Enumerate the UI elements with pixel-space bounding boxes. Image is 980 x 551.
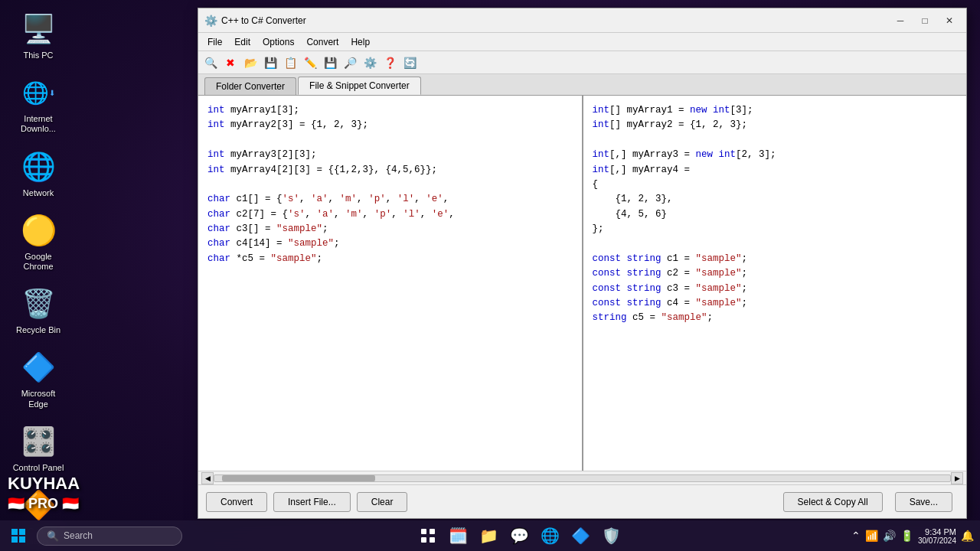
svg-rect-0 [11,529,18,535]
menu-file[interactable]: File [201,35,228,49]
toolbar-open-btn[interactable]: 📂 [241,54,260,72]
taskbar-search-text: Search [64,530,93,541]
toolbar-help-btn[interactable]: ❓ [381,54,399,72]
internet-download-label: InternetDownlo... [21,114,56,134]
scroll-left-button[interactable]: ◀ [201,472,214,484]
google-chrome-icon: 🟡 [20,212,57,249]
title-bar-buttons: ─ □ ✕ [890,13,960,28]
taskbar-whatsapp[interactable]: 💬 [506,522,534,549]
tray-network-icon[interactable]: 📶 [865,530,878,542]
tray-notification-icon[interactable]: 🔔 [961,530,974,542]
toolbar-save2-btn[interactable]: 💾 [321,54,339,72]
taskbar-norton[interactable]: 🛡️ [598,522,626,549]
toolbar-clipboard-btn[interactable]: 📋 [281,54,299,72]
save-button[interactable]: Save... [895,492,952,512]
tab-file-snippet-converter[interactable]: File & Snippet Converter [298,77,421,95]
taskbar-edge[interactable]: 🔷 [567,522,595,549]
google-chrome-label: GoogleChrome [23,252,53,272]
scrollbar-thumb[interactable] [222,475,375,481]
desktop-icons: 🖥️ This PC 🌐⬇ InternetDownlo... 🌐 Networ… [8,8,69,549]
taskbar-search-icon: 🔍 [47,530,59,542]
taskbar-taskview[interactable] [414,522,442,549]
taskbar-widgets[interactable]: 🗓️ [445,522,472,549]
svg-rect-3 [19,536,25,543]
menu-options[interactable]: Options [256,35,300,49]
menu-bar: File Edit Options Convert Help [198,33,966,51]
desktop-icon-microsoft-edge[interactable]: 🔷 MicrosoftEdge [8,346,69,412]
kuyhaa-line1: KUYHAA [8,473,80,495]
tray-sound-icon[interactable]: 🔊 [883,530,896,542]
menu-edit[interactable]: Edit [228,35,256,49]
toolbar: 🔍 ✖ 📂 💾 📋 ✏️ 💾 🔎 ⚙️ ❓ 🔄 [198,51,966,74]
editor-area: int myArray1[3]; int myArray2[3] = {1, 2… [198,96,966,471]
tab-folder-converter[interactable]: Folder Converter [204,77,296,95]
cpp-code-pane[interactable]: int myArray1[3]; int myArray2[3] = {1, 2… [198,96,583,471]
control-panel-label: Control Panel [13,463,64,473]
svg-rect-7 [430,537,435,543]
taskbar-explorer[interactable]: 📁 [475,522,503,549]
taskbar-system-tray: ⌃ 📶 🔊 🔋 9:34 PM 30/07/2024 🔔 [851,527,974,545]
window-title: C++ to C# Converter [221,15,890,26]
insert-file-button[interactable]: Insert File... [273,492,351,512]
microsoft-edge-label: MicrosoftEdge [21,389,56,409]
clear-button[interactable]: Clear [357,492,408,512]
horizontal-scrollbar[interactable]: ◀ ▶ [198,471,966,484]
taskbar-pinned-apps: 🗓️ 📁 💬 🌐 🔷 🛡️ [188,522,851,549]
title-bar: ⚙️ C++ to C# Converter ─ □ ✕ [198,8,966,33]
convert-button[interactable]: Convert [206,492,267,512]
desktop-icon-network[interactable]: 🌐 Network [8,145,69,201]
taskbar-search-bar[interactable]: 🔍 Search [37,527,182,546]
desktop: 🖥️ This PC 🌐⬇ InternetDownlo... 🌐 Networ… [0,0,980,551]
desktop-icon-recycle-bin[interactable]: 🗑️ Recycle Bin [8,282,69,338]
bottom-right-buttons: Select & Copy All Save... [783,492,959,512]
csharp-code-content: int[] myArray1 = new int[3]; int[] myArr… [583,96,967,334]
toolbar-find-btn[interactable]: 🔎 [341,54,359,72]
start-button[interactable] [6,523,31,548]
network-label: Network [23,188,54,198]
minimize-button[interactable]: ─ [890,13,911,28]
csharp-code-pane[interactable]: int[] myArray1 = new int[3]; int[] myArr… [583,96,967,471]
taskbar-date: 30/07/2024 [918,536,956,545]
toolbar-edit-btn[interactable]: ✏️ [301,54,319,72]
toolbar-save-btn[interactable]: 💾 [261,54,279,72]
svg-rect-5 [430,529,435,534]
kuyhaa-banner: KUYHAA 🇮🇩 PRO 🇮🇩 [8,473,80,513]
internet-download-icon: 🌐⬇ [20,74,57,111]
toolbar-refresh-btn[interactable]: 🔄 [400,54,419,72]
tab-bar: Folder Converter File & Snippet Converte… [198,74,966,96]
desktop-icon-internet-download[interactable]: 🌐⬇ InternetDownlo... [8,71,69,137]
desktop-icon-control-panel[interactable]: 🎛️ Control Panel [8,420,69,476]
tray-battery-icon[interactable]: 🔋 [900,530,913,542]
toolbar-settings-btn[interactable]: ⚙️ [361,54,379,72]
select-copy-all-button[interactable]: Select & Copy All [783,492,883,512]
control-panel-icon: 🎛️ [20,423,57,460]
menu-help[interactable]: Help [345,35,376,49]
scrollbar-track[interactable] [214,474,951,482]
taskbar-time: 9:34 PM [925,527,956,536]
app-icon: ⚙️ [204,15,217,27]
network-icon: 🌐 [20,148,57,185]
toolbar-search-btn[interactable]: 🔍 [201,54,220,72]
taskbar-chrome[interactable]: 🌐 [537,522,564,549]
kuyhaa-line2: 🇮🇩 PRO 🇮🇩 [8,495,80,513]
svg-rect-2 [11,536,18,543]
tray-chevron[interactable]: ⌃ [851,530,861,542]
close-button[interactable]: ✕ [939,13,960,28]
svg-rect-4 [421,529,426,534]
taskbar: 🔍 Search 🗓️ 📁 💬 🌐 🔷 🛡️ ⌃ 📶 🔊 🔋 9:34 PM 3… [0,520,980,551]
svg-rect-6 [421,537,426,543]
desktop-icon-this-pc[interactable]: 🖥️ This PC [8,8,69,64]
toolbar-cancel-btn[interactable]: ✖ [221,54,240,72]
taskbar-clock[interactable]: 9:34 PM 30/07/2024 [918,527,956,545]
recycle-bin-icon: 🗑️ [20,285,57,322]
app-window: ⚙️ C++ to C# Converter ─ □ ✕ File Edit O… [198,8,967,519]
scroll-right-button[interactable]: ▶ [951,472,963,484]
cpp-code-content: int myArray1[3]; int myArray2[3] = {1, 2… [198,96,582,274]
microsoft-edge-icon: 🔷 [20,349,57,386]
menu-convert[interactable]: Convert [300,35,345,49]
maximize-button[interactable]: □ [914,13,936,28]
recycle-bin-label: Recycle Bin [16,325,60,335]
bottom-bar: Convert Insert File... Clear Select & Co… [198,484,966,518]
desktop-icon-google-chrome[interactable]: 🟡 GoogleChrome [8,209,69,275]
svg-rect-1 [19,529,25,535]
